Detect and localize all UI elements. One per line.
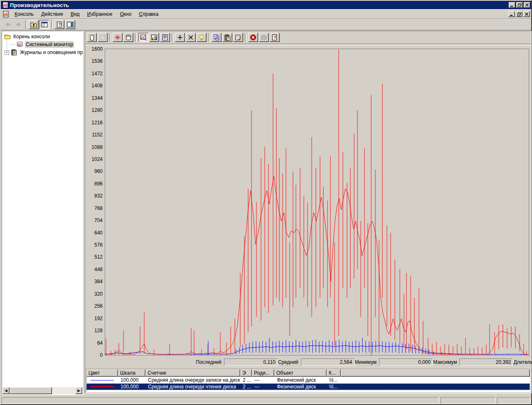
perfmon-toolbar: ?: [86, 32, 280, 43]
menu-6[interactable]: Справка: [135, 10, 162, 18]
tree-item-3[interactable]: +Журналы и оповещения прои: [5, 49, 83, 56]
stat-label: Максимум: [433, 359, 457, 365]
stat-label: Минимум: [355, 359, 377, 365]
update-data-button: [259, 33, 269, 42]
show-hide-pane-button[interactable]: [65, 20, 75, 29]
console-window-icon[interactable]: [2, 11, 9, 17]
status-panel-3: [497, 397, 530, 404]
y-axis-tick: 960: [86, 168, 103, 174]
add-counters-button[interactable]: [175, 33, 185, 42]
console-tree-icon: [41, 21, 48, 28]
help-page-icon: ?: [56, 21, 63, 28]
cell-Э: 2 ...: [240, 377, 252, 383]
freeze-display-button[interactable]: [248, 33, 258, 42]
color-swatch: [86, 380, 118, 380]
view-current-activity-button[interactable]: [113, 33, 123, 42]
menubar-minimize-button[interactable]: [508, 11, 515, 17]
new-page-icon: [89, 34, 95, 41]
view-histogram-button[interactable]: [149, 33, 159, 42]
toolbar-divider: [109, 33, 111, 42]
y-axis-tick: 0: [86, 352, 103, 358]
folder-icon: [4, 33, 11, 40]
delete-counter-button[interactable]: [186, 33, 196, 42]
titlebar-restore-button[interactable]: [516, 2, 523, 8]
folder-up-icon: [30, 21, 37, 28]
counter-legend-table: ЦветШкалаСчетчикЭРоди...ОбъектК...100,00…: [86, 369, 530, 392]
column-header-7[interactable]: К...: [327, 369, 341, 377]
content-area: ◀ ▶ Корень консолиСистемный монитор+Журн…: [1, 30, 531, 397]
up-one-level-button[interactable]: [29, 20, 39, 29]
y-axis-tick: 1088: [86, 144, 103, 150]
copy-properties-button[interactable]: [212, 33, 222, 42]
tree-item-label: Системный монитор: [25, 41, 74, 48]
cell-Объект: Физический диск: [274, 377, 327, 383]
cell-Шкала: 100,000: [118, 377, 145, 383]
help-button[interactable]: ?: [54, 20, 64, 29]
system-monitor-icon: [17, 41, 23, 48]
view-log-data-button[interactable]: [123, 33, 133, 42]
column-header-6[interactable]: Объект: [274, 369, 327, 377]
title-bar[interactable]: Производительность: [1, 1, 531, 9]
scrollbar-track[interactable]: [52, 387, 75, 394]
column-header-3[interactable]: Счетчик: [145, 369, 240, 377]
tree-horizontal-scrollbar[interactable]: ◀ ▶: [2, 387, 82, 394]
y-axis-tick: 1408: [86, 83, 103, 89]
freeze-icon: [250, 34, 256, 41]
cell-К...: \\I...: [327, 377, 341, 383]
tree-item-2[interactable]: Системный монитор: [10, 41, 74, 48]
tree-item-1[interactable]: Корень консоли: [4, 33, 51, 40]
status-bar: [1, 396, 531, 404]
titlebar-minimize-button[interactable]: [509, 2, 515, 8]
chart-canvas: [105, 49, 529, 355]
column-header-5[interactable]: Роди...: [252, 369, 274, 377]
scroll-right-button[interactable]: ▶: [75, 387, 82, 394]
chart-plot: [105, 49, 529, 356]
histogram-view-icon: [151, 34, 158, 41]
show-hide-console-tree-button[interactable]: [39, 20, 49, 29]
cell-Шкала: 100,000: [118, 384, 145, 390]
expand-plus-box[interactable]: +: [5, 50, 9, 55]
menu-5[interactable]: Окно: [116, 10, 135, 18]
y-axis-tick: 384: [86, 279, 103, 284]
titlebar-close-button[interactable]: [524, 2, 530, 8]
logs-alerts-icon: [11, 49, 17, 56]
delete-x-icon: [187, 34, 194, 41]
y-axis-tick: 704: [86, 217, 103, 223]
paste-counter-list-button[interactable]: [222, 33, 232, 42]
properties-button[interactable]: [233, 33, 243, 42]
scrollbar-thumb[interactable]: [10, 387, 52, 394]
column-header-4[interactable]: Э: [240, 369, 252, 377]
console-tree-panel: ◀ ▶ Корень консолиСистемный монитор+Журн…: [2, 31, 83, 395]
help2-button[interactable]: ?: [270, 33, 280, 42]
new-counter-set-button[interactable]: [87, 33, 97, 42]
current-activity-icon: [114, 34, 121, 41]
menu-3[interactable]: Вид: [67, 10, 84, 18]
menu-1[interactable]: Консоль: [11, 10, 37, 18]
counter-row-1[interactable]: 100,000Средняя длина очереди записи на д…: [86, 377, 530, 383]
column-header-1[interactable]: Цвет: [86, 369, 118, 377]
window-title: Производительность: [10, 2, 508, 8]
view-chart-button[interactable]: [138, 33, 148, 42]
y-axis-tick: 1536: [86, 58, 103, 64]
view-report-button[interactable]: [160, 33, 170, 42]
stat-label: Средний: [278, 359, 298, 365]
menubar-restore-button[interactable]: [516, 11, 522, 17]
cell-Роди...: ---: [252, 384, 274, 390]
counter-row-2[interactable]: 100,000Средняя длина очереди чтения диск…: [86, 383, 530, 390]
tree-item-label: Журналы и оповещения прои: [19, 49, 83, 56]
y-axis-tick: 256: [86, 303, 103, 309]
menu-4[interactable]: Избранное: [84, 10, 116, 18]
menu-2[interactable]: Действие: [37, 10, 67, 18]
menubar-close-button[interactable]: [523, 11, 530, 17]
stat-label: Последний: [196, 359, 222, 365]
highlight-button[interactable]: [197, 33, 207, 42]
y-axis-tick: 1280: [86, 107, 103, 113]
performance-window: Производительность КонсольДействиеВидИзб…: [0, 0, 532, 405]
tree-item-label: Корень консоли: [12, 33, 51, 40]
column-header-2[interactable]: Шкала: [118, 369, 145, 377]
scroll-left-button[interactable]: ◀: [2, 387, 10, 394]
y-axis-tick: 1024: [86, 156, 103, 162]
cell-Счетчик: Средняя длина очереди записи на диск: [145, 377, 240, 383]
log-data-icon: [125, 34, 132, 41]
status-panel-2: [441, 397, 495, 404]
